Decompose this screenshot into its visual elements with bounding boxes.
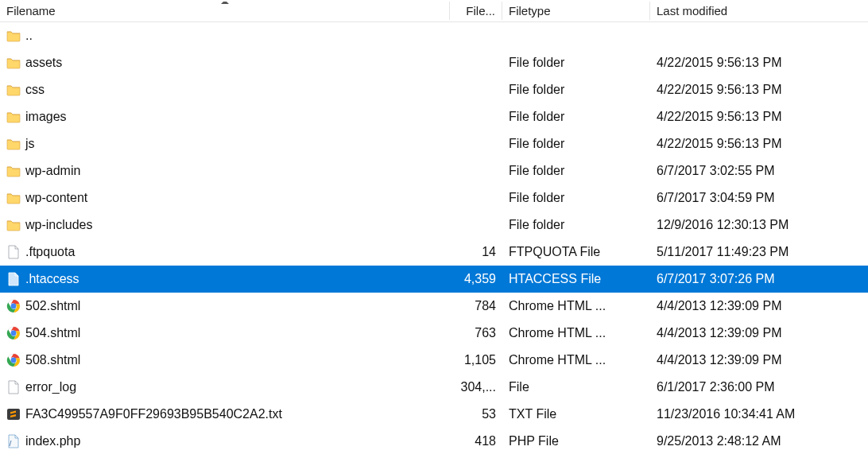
file-date-cell: 11/23/2016 10:34:41 AM	[650, 407, 868, 421]
file-row[interactable]: ..	[0, 22, 868, 49]
file-size-cell: 14	[450, 245, 502, 259]
file-name-cell: error_log	[0, 380, 450, 394]
file-size-cell: 4,359	[450, 272, 502, 286]
file-name-cell: assets	[0, 56, 450, 70]
file-row[interactable]: jsFile folder4/22/2015 9:56:13 PM	[0, 130, 868, 157]
file-type-cell: Chrome HTML ...	[502, 299, 650, 313]
file-date-cell: 4/4/2013 12:39:09 PM	[650, 353, 868, 367]
file-row[interactable]: assetsFile folder4/22/2015 9:56:13 PM	[0, 49, 868, 76]
file-date-cell: 4/22/2015 9:56:13 PM	[650, 137, 868, 151]
folder-icon	[6, 110, 21, 124]
file-row[interactable]: .htaccess4,359HTACCESS File6/7/2017 3:07…	[0, 266, 868, 293]
header-modified-label: Last modified	[657, 4, 727, 17]
file-row[interactable]: index.php418PHP File9/25/2013 2:48:12 AM	[0, 428, 868, 455]
file-row[interactable]: wp-adminFile folder6/7/2017 3:02:55 PM	[0, 157, 868, 184]
file-name-label: 502.shtml	[25, 299, 80, 313]
column-header-filetype[interactable]: Filetype	[502, 2, 650, 20]
file-type-cell: File	[502, 380, 650, 394]
file-name-label: 504.shtml	[25, 326, 80, 340]
file-name-cell: images	[0, 110, 450, 124]
chrome-icon	[6, 326, 21, 340]
file-size-cell: 53	[450, 407, 502, 421]
file-name-label: error_log	[25, 380, 76, 394]
column-header-filesize[interactable]: File...	[450, 2, 502, 20]
file-date-cell: 12/9/2016 12:30:13 PM	[650, 218, 868, 232]
file-type-cell: File folder	[502, 83, 650, 97]
file-date-cell: 4/4/2013 12:39:09 PM	[650, 299, 868, 313]
file-type-cell: PHP File	[502, 434, 650, 448]
sublime-icon	[6, 407, 21, 421]
file-name-cell: 504.shtml	[0, 326, 450, 340]
file-row[interactable]: wp-contentFile folder6/7/2017 3:04:59 PM	[0, 184, 868, 212]
file-date-cell: 6/7/2017 3:02:55 PM	[650, 164, 868, 178]
file-name-cell: .ftpquota	[0, 245, 450, 259]
file-name-label: wp-includes	[25, 218, 92, 232]
file-name-cell: FA3C499557A9F0FF29693B95B540C2A2.txt	[0, 407, 450, 421]
file-date-cell: 4/22/2015 9:56:13 PM	[650, 83, 868, 97]
file-type-cell: File folder	[502, 56, 650, 70]
file-name-label: .htaccess	[25, 272, 79, 286]
file-name-cell: js	[0, 137, 450, 151]
chrome-icon	[6, 353, 21, 367]
file-name-cell: .htaccess	[0, 272, 450, 286]
file-row[interactable]: wp-includesFile folder12/9/2016 12:30:13…	[0, 212, 868, 239]
file-date-cell: 5/11/2017 11:49:23 PM	[650, 245, 868, 259]
svg-rect-9	[7, 409, 20, 420]
file-row[interactable]: .ftpquota14FTPQUOTA File5/11/2017 11:49:…	[0, 239, 868, 266]
file-type-cell: File folder	[502, 137, 650, 151]
file-name-cell: wp-content	[0, 191, 450, 205]
folder-icon	[6, 164, 21, 178]
file-size-cell: 1,105	[450, 353, 502, 367]
file-date-cell: 9/25/2013 2:48:12 AM	[650, 434, 868, 448]
file-name-label: css	[25, 83, 45, 97]
file-date-cell: 4/22/2015 9:56:13 PM	[650, 56, 868, 70]
file-name-label: images	[25, 110, 67, 124]
header-filesize-label: File...	[466, 4, 495, 17]
column-header-filename[interactable]: Filename	[0, 2, 450, 20]
file-size-cell: 784	[450, 299, 502, 313]
file-row[interactable]: 504.shtml763Chrome HTML ...4/4/2013 12:3…	[0, 320, 868, 347]
file-type-cell: TXT File	[502, 407, 650, 421]
file-name-label: index.php	[25, 434, 80, 448]
sort-ascending-icon	[221, 2, 229, 4]
file-row[interactable]: 502.shtml784Chrome HTML ...4/4/2013 12:3…	[0, 293, 868, 320]
file-name-label: .ftpquota	[25, 245, 75, 259]
file-name-cell: ..	[0, 29, 450, 43]
file-list: ..assetsFile folder4/22/2015 9:56:13 PMc…	[0, 22, 868, 455]
file-row[interactable]: imagesFile folder4/22/2015 9:56:13 PM	[0, 103, 868, 130]
file-row[interactable]: FA3C499557A9F0FF29693B95B540C2A2.txt53TX…	[0, 401, 868, 428]
file-name-cell: wp-includes	[0, 218, 450, 232]
file-icon	[6, 272, 21, 286]
file-row[interactable]: cssFile folder4/22/2015 9:56:13 PM	[0, 76, 868, 103]
svg-point-5	[12, 332, 16, 336]
file-name-cell: css	[0, 83, 450, 97]
file-date-cell: 6/7/2017 3:07:26 PM	[650, 272, 868, 286]
folder-icon	[6, 137, 21, 151]
php-icon	[6, 434, 21, 448]
file-icon	[6, 380, 21, 394]
file-name-label: assets	[25, 56, 62, 70]
folder-icon	[6, 191, 21, 205]
file-date-cell: 6/7/2017 3:04:59 PM	[650, 191, 868, 205]
file-row[interactable]: error_log304,...File6/1/2017 2:36:00 PM	[0, 374, 868, 401]
file-name-label: wp-content	[25, 191, 87, 205]
column-header-row: Filename File... Filetype Last modified	[0, 0, 868, 22]
folder-icon	[6, 83, 21, 97]
file-type-cell: FTPQUOTA File	[502, 245, 650, 259]
chrome-icon	[6, 299, 21, 313]
folder-icon	[6, 218, 21, 232]
file-name-cell: 508.shtml	[0, 353, 450, 367]
file-name-label: wp-admin	[25, 164, 80, 178]
header-filename-label: Filename	[6, 4, 56, 17]
svg-point-2	[12, 305, 16, 309]
file-name-label: js	[25, 137, 35, 151]
file-size-cell: 763	[450, 326, 502, 340]
folder-icon	[6, 29, 21, 43]
column-header-modified[interactable]: Last modified	[650, 2, 868, 20]
file-type-cell: File folder	[502, 191, 650, 205]
file-type-cell: HTACCESS File	[502, 272, 650, 286]
file-name-label: 508.shtml	[25, 353, 80, 367]
svg-point-8	[12, 359, 16, 363]
file-row[interactable]: 508.shtml1,105Chrome HTML ...4/4/2013 12…	[0, 347, 868, 374]
file-date-cell: 6/1/2017 2:36:00 PM	[650, 380, 868, 394]
